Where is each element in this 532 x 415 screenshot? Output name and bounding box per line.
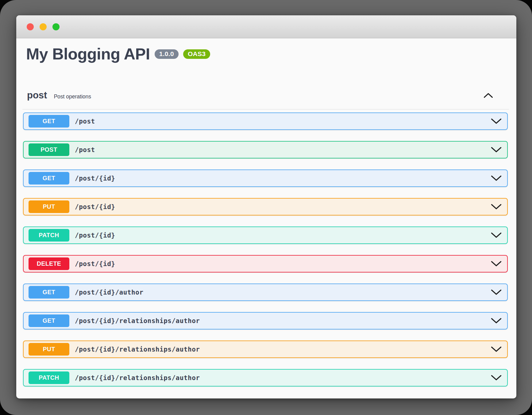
tag-name: post [27, 90, 47, 101]
operation-row[interactable]: POST /post [23, 141, 508, 158]
http-method-badge: GET [29, 314, 69, 327]
operations-list: GET /post POST /post GET /post/{id} [16, 112, 516, 386]
operation-row[interactable]: GET /post/{id}/relationships/author [23, 312, 508, 329]
zoom-window-button[interactable] [52, 23, 60, 30]
chevron-down-icon[interactable] [491, 261, 502, 267]
chevron-down-icon[interactable] [491, 118, 502, 124]
chevron-down-icon[interactable] [491, 318, 502, 324]
operation-path: /post [75, 146, 95, 154]
minimize-window-button[interactable] [40, 23, 47, 30]
api-title: My Blogging API [26, 45, 150, 63]
http-method-badge: POST [29, 143, 69, 156]
http-method-badge: GET [29, 286, 69, 299]
chevron-down-icon[interactable] [491, 346, 502, 352]
operation-path: /post/{id}/author [75, 289, 143, 296]
operation-row[interactable]: DELETE /post/{id} [23, 255, 508, 272]
http-method-badge: PATCH [29, 229, 69, 242]
chevron-down-icon[interactable] [491, 289, 502, 295]
tag-description: Post operations [54, 93, 91, 100]
http-method-badge: PUT [29, 200, 69, 213]
chevron-down-icon[interactable] [491, 175, 502, 181]
http-method-badge: GET [29, 172, 69, 185]
operation-path: /post/{id} [75, 232, 115, 239]
chevron-down-icon[interactable] [491, 232, 502, 238]
operation-path: /post/{id} [75, 203, 115, 211]
chevron-down-icon[interactable] [491, 147, 502, 153]
operation-row[interactable]: PATCH /post/{id} [23, 227, 508, 244]
operation-row[interactable]: PUT /post/{id}/relationships/author [23, 341, 508, 358]
operation-path: /post [75, 118, 95, 125]
operation-path: /post/{id}/relationships/author [75, 317, 200, 325]
chevron-down-icon[interactable] [491, 204, 502, 210]
app-window: My Blogging API 1.0.0 OAS3 post Post ope… [16, 15, 516, 398]
http-method-badge: PATCH [29, 371, 69, 384]
close-window-button[interactable] [27, 23, 34, 30]
chevron-down-icon[interactable] [491, 375, 502, 381]
operation-row[interactable]: GET /post [23, 112, 508, 130]
chevron-up-icon[interactable] [484, 93, 493, 98]
operation-path: /post/{id}/relationships/author [75, 374, 200, 382]
operation-path: /post/{id} [75, 260, 115, 268]
http-method-badge: DELETE [29, 257, 69, 270]
swagger-content: My Blogging API 1.0.0 OAS3 post Post ope… [16, 45, 516, 386]
operation-row[interactable]: GET /post/{id}/author [23, 284, 508, 301]
tag-section-header[interactable]: post Post operations [27, 90, 507, 101]
operation-path: /post/{id} [75, 175, 115, 182]
oas-badge: OAS3 [183, 49, 210, 59]
http-method-badge: GET [29, 115, 69, 128]
operation-row[interactable]: PATCH /post/{id}/relationships/author [23, 369, 508, 386]
section-divider [22, 109, 509, 109]
api-header: My Blogging API 1.0.0 OAS3 [26, 45, 507, 63]
version-badge: 1.0.0 [155, 49, 179, 59]
operation-path: /post/{id}/relationships/author [75, 346, 200, 353]
window-titlebar [16, 15, 516, 38]
operation-row[interactable]: GET /post/{id} [23, 169, 508, 187]
operation-row[interactable]: PUT /post/{id} [23, 198, 508, 215]
http-method-badge: PUT [29, 343, 69, 356]
